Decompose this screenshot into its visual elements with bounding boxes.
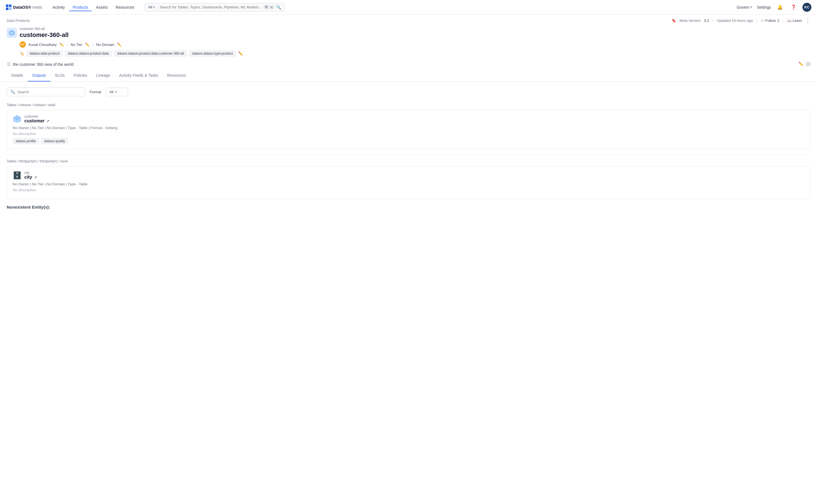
bell-icon: 🔔 <box>777 4 783 10</box>
tags-row: 🏷️ dataos.data-product dataos.dataos:pro… <box>20 50 810 57</box>
question-icon: ❓ <box>791 4 796 10</box>
format-select[interactable]: All ▾ <box>106 88 128 96</box>
breadcrumb-meta-bar: Data Products 🔖 Meta Version 0.2 | Updat… <box>0 15 817 24</box>
logo-text: DataOS® <box>13 5 31 10</box>
entity-tags-customer: dataos.profile dataos.quality <box>13 138 804 144</box>
meta-bar: 🔖 Meta Version 0.2 | Updated 19 hours ag… <box>672 17 810 24</box>
entity-tag-1[interactable]: dataos.quality <box>41 138 68 144</box>
chevron-down-icon: ▾ <box>751 5 752 9</box>
shortcut-k: K <box>269 5 274 9</box>
section-breadcrumb-0: Tables / icebase / icebase / retail <box>7 103 810 107</box>
settings-link[interactable]: Settings <box>757 5 771 10</box>
description-actions: ✏️ ⬜ <box>799 62 810 66</box>
owner-name[interactable]: Kunal Choudhary <box>29 43 57 47</box>
owner-row: KC Kunal Choudhary ✏️ | No Tier ✏️ | No … <box>20 41 810 48</box>
section-divider <box>7 155 810 155</box>
owner-avatar: KC <box>20 41 26 48</box>
govern-button[interactable]: Govern ▾ <box>737 5 752 10</box>
filter-row: 🔍 Format All ▾ <box>7 87 810 96</box>
follow-count: 2 <box>777 18 779 23</box>
learn-button[interactable]: 📖 Learn <box>787 18 802 23</box>
follow-label: Follow <box>765 18 776 23</box>
notifications-button[interactable]: 🔔 <box>776 3 785 12</box>
add-tag-icon[interactable]: ✏️ <box>238 51 243 56</box>
tabs: Details Outputs SLOs Policies Lineage Ac… <box>0 70 817 82</box>
tag-0[interactable]: dataos.data-product <box>27 50 63 57</box>
product-icon <box>7 28 17 38</box>
nav-link-resources[interactable]: Resources <box>112 3 138 11</box>
pipe-divider-1: | <box>67 43 67 47</box>
breadcrumb[interactable]: Data Products <box>7 18 30 23</box>
more-options-button[interactable]: ⋮ <box>805 17 810 24</box>
search-icon: 🔍 <box>10 90 15 94</box>
section-breadcrumb-1: Tables / thirdparty01 / thirdparty01 / n… <box>7 159 810 163</box>
help-button[interactable]: ❓ <box>789 3 798 12</box>
logo-suffix: metis <box>32 5 42 10</box>
tab-lineage[interactable]: Lineage <box>92 70 115 81</box>
entity-header-city: 🗄️ city city ↗ <box>13 171 804 180</box>
shortcut-cmd: ⌘ <box>264 5 269 9</box>
chevron-down-icon: ▾ <box>153 5 155 9</box>
tab-slos[interactable]: SLOs <box>50 70 69 81</box>
tag-2[interactable]: dataos.dataos:product:data:customer-360-… <box>114 50 187 57</box>
meta-divider-1: | <box>713 18 713 23</box>
database-stack-icon: 🗄️ <box>13 171 22 180</box>
external-link-icon[interactable]: ↗ <box>46 119 49 123</box>
tier-label[interactable]: No Tier <box>71 43 82 47</box>
nonexistent-title: Nonexistent Entity(s): <box>7 205 50 209</box>
tag-1[interactable]: dataos.dataos:product:data <box>65 50 112 57</box>
nav-link-products[interactable]: Products <box>69 3 91 11</box>
outputs-search-input[interactable] <box>17 90 81 94</box>
tab-resources[interactable]: Resources <box>163 70 190 81</box>
meta-divider-2: | <box>756 18 757 23</box>
format-value: All <box>109 90 113 94</box>
logo[interactable]: DataOS® metis <box>6 4 42 10</box>
edit-tier-icon[interactable]: ✏️ <box>85 43 90 47</box>
tab-policies[interactable]: Policies <box>69 70 92 81</box>
page-header: customer-360-all customer-360-all KC Kun… <box>0 24 817 57</box>
tab-outputs[interactable]: Outputs <box>28 70 50 81</box>
tag-icon: 🏷️ <box>20 51 24 56</box>
entity-description-city: No description <box>13 188 804 192</box>
entity-tag-0[interactable]: dataos.profile <box>13 138 39 144</box>
svg-rect-0 <box>6 4 8 7</box>
format-label: Format <box>90 90 101 94</box>
expand-description-icon[interactable]: ⬜ <box>806 62 810 66</box>
global-search-bar[interactable]: All ▾ ⌘ K 🔍 <box>145 3 285 11</box>
user-avatar[interactable]: KC <box>802 3 811 12</box>
nonexistent-section: Nonexistent Entity(s): <box>7 205 810 209</box>
nav-links: Activity Products Assets Resources <box>49 3 138 11</box>
entity-parent-customer: customer <box>24 115 49 118</box>
outputs-search-bar[interactable]: 🔍 <box>7 87 85 96</box>
entity-card-customer: customer customer ↗ No Owner | No Tier |… <box>7 110 810 149</box>
chevron-down-icon: ▾ <box>115 90 117 94</box>
product-subtitle: customer-360-all <box>20 27 69 31</box>
nav-link-activity[interactable]: Activity <box>49 3 68 11</box>
svg-rect-1 <box>9 4 11 7</box>
tab-details[interactable]: Details <box>7 70 28 81</box>
external-link-icon-city[interactable]: ↗ <box>34 175 37 179</box>
description-content: the customer 360 view of the world <box>13 62 73 67</box>
svg-text:KC: KC <box>21 43 25 46</box>
meta-divider-3: | <box>783 18 783 23</box>
search-type-selector[interactable]: All ▾ <box>148 5 157 9</box>
nav-link-assets[interactable]: Assets <box>93 3 111 11</box>
edit-domain-icon[interactable]: ✏️ <box>117 43 122 47</box>
edit-description-icon[interactable]: ✏️ <box>799 62 803 66</box>
pipe-divider-2: | <box>92 43 93 47</box>
meta-version-value: 0.2 <box>704 18 709 23</box>
entity-name-customer: customer ↗ <box>24 118 49 123</box>
entity-header-customer: customer customer ↗ <box>13 115 804 123</box>
tag-3[interactable]: dataos.dataos:type:product <box>189 50 236 57</box>
follow-button[interactable]: ☆ Follow 2 <box>761 18 779 23</box>
dataos-logo-icon <box>6 4 12 10</box>
search-input[interactable] <box>160 5 261 9</box>
entity-name-block-city: city city ↗ <box>24 171 37 180</box>
edit-owner-icon[interactable]: ✏️ <box>59 43 64 47</box>
entity-parent-city: city <box>24 171 37 175</box>
learn-label: Learn <box>793 18 802 23</box>
star-icon: ☆ <box>761 18 764 23</box>
product-title-row: customer-360-all customer-360-all <box>7 27 810 39</box>
tab-activity[interactable]: Activity Feeds & Tasks <box>115 70 163 81</box>
domain-label[interactable]: No Domain <box>96 43 114 47</box>
